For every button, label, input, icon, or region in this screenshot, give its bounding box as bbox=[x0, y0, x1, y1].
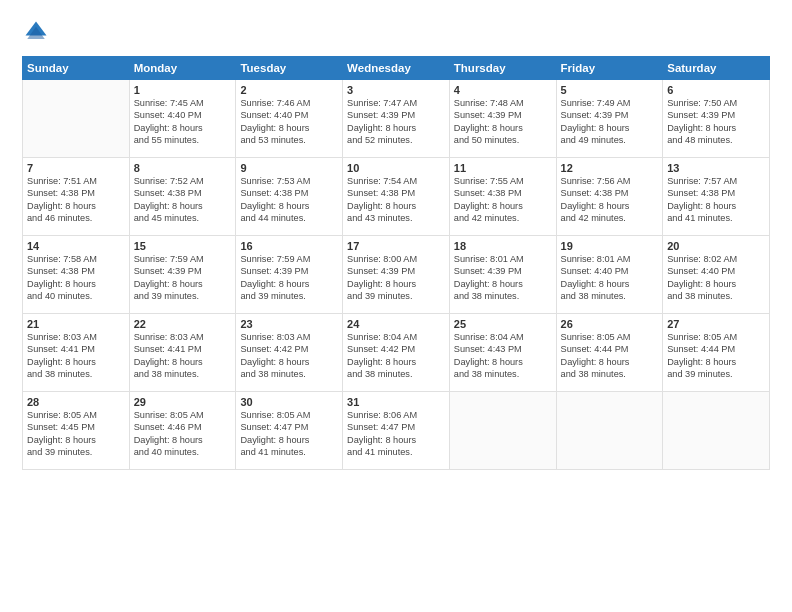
calendar-cell: 27Sunrise: 8:05 AMSunset: 4:44 PMDayligh… bbox=[663, 314, 770, 392]
day-number: 1 bbox=[134, 84, 232, 96]
cell-details: Sunrise: 8:03 AMSunset: 4:42 PMDaylight:… bbox=[240, 331, 338, 381]
weekday-header-row: SundayMondayTuesdayWednesdayThursdayFrid… bbox=[23, 57, 770, 80]
day-number: 16 bbox=[240, 240, 338, 252]
calendar-cell: 3Sunrise: 7:47 AMSunset: 4:39 PMDaylight… bbox=[343, 80, 450, 158]
day-number: 25 bbox=[454, 318, 552, 330]
day-number: 6 bbox=[667, 84, 765, 96]
day-number: 7 bbox=[27, 162, 125, 174]
calendar-cell: 6Sunrise: 7:50 AMSunset: 4:39 PMDaylight… bbox=[663, 80, 770, 158]
cell-details: Sunrise: 8:05 AMSunset: 4:44 PMDaylight:… bbox=[561, 331, 659, 381]
cell-details: Sunrise: 8:05 AMSunset: 4:47 PMDaylight:… bbox=[240, 409, 338, 459]
day-number: 26 bbox=[561, 318, 659, 330]
day-number: 4 bbox=[454, 84, 552, 96]
cell-details: Sunrise: 7:54 AMSunset: 4:38 PMDaylight:… bbox=[347, 175, 445, 225]
day-number: 29 bbox=[134, 396, 232, 408]
day-number: 27 bbox=[667, 318, 765, 330]
cell-details: Sunrise: 8:05 AMSunset: 4:46 PMDaylight:… bbox=[134, 409, 232, 459]
cell-details: Sunrise: 8:05 AMSunset: 4:45 PMDaylight:… bbox=[27, 409, 125, 459]
cell-details: Sunrise: 7:48 AMSunset: 4:39 PMDaylight:… bbox=[454, 97, 552, 147]
calendar-week-row: 1Sunrise: 7:45 AMSunset: 4:40 PMDaylight… bbox=[23, 80, 770, 158]
cell-details: Sunrise: 7:59 AMSunset: 4:39 PMDaylight:… bbox=[134, 253, 232, 303]
cell-details: Sunrise: 8:05 AMSunset: 4:44 PMDaylight:… bbox=[667, 331, 765, 381]
cell-details: Sunrise: 7:46 AMSunset: 4:40 PMDaylight:… bbox=[240, 97, 338, 147]
cell-details: Sunrise: 8:04 AMSunset: 4:43 PMDaylight:… bbox=[454, 331, 552, 381]
day-number: 22 bbox=[134, 318, 232, 330]
day-number: 20 bbox=[667, 240, 765, 252]
calendar-week-row: 28Sunrise: 8:05 AMSunset: 4:45 PMDayligh… bbox=[23, 392, 770, 470]
day-number: 28 bbox=[27, 396, 125, 408]
day-number: 24 bbox=[347, 318, 445, 330]
calendar-cell: 26Sunrise: 8:05 AMSunset: 4:44 PMDayligh… bbox=[556, 314, 663, 392]
day-number: 5 bbox=[561, 84, 659, 96]
calendar-cell: 28Sunrise: 8:05 AMSunset: 4:45 PMDayligh… bbox=[23, 392, 130, 470]
logo bbox=[22, 18, 54, 46]
cell-details: Sunrise: 7:52 AMSunset: 4:38 PMDaylight:… bbox=[134, 175, 232, 225]
day-number: 8 bbox=[134, 162, 232, 174]
calendar-cell: 14Sunrise: 7:58 AMSunset: 4:38 PMDayligh… bbox=[23, 236, 130, 314]
calendar-cell: 8Sunrise: 7:52 AMSunset: 4:38 PMDaylight… bbox=[129, 158, 236, 236]
day-number: 13 bbox=[667, 162, 765, 174]
calendar-cell: 1Sunrise: 7:45 AMSunset: 4:40 PMDaylight… bbox=[129, 80, 236, 158]
day-number: 12 bbox=[561, 162, 659, 174]
calendar-cell: 23Sunrise: 8:03 AMSunset: 4:42 PMDayligh… bbox=[236, 314, 343, 392]
calendar-cell: 18Sunrise: 8:01 AMSunset: 4:39 PMDayligh… bbox=[449, 236, 556, 314]
day-number: 18 bbox=[454, 240, 552, 252]
day-number: 31 bbox=[347, 396, 445, 408]
calendar-cell: 21Sunrise: 8:03 AMSunset: 4:41 PMDayligh… bbox=[23, 314, 130, 392]
weekday-header-tuesday: Tuesday bbox=[236, 57, 343, 80]
cell-details: Sunrise: 8:02 AMSunset: 4:40 PMDaylight:… bbox=[667, 253, 765, 303]
weekday-header-thursday: Thursday bbox=[449, 57, 556, 80]
calendar-cell: 11Sunrise: 7:55 AMSunset: 4:38 PMDayligh… bbox=[449, 158, 556, 236]
calendar-cell: 31Sunrise: 8:06 AMSunset: 4:47 PMDayligh… bbox=[343, 392, 450, 470]
weekday-header-saturday: Saturday bbox=[663, 57, 770, 80]
day-number: 9 bbox=[240, 162, 338, 174]
day-number: 17 bbox=[347, 240, 445, 252]
cell-details: Sunrise: 7:56 AMSunset: 4:38 PMDaylight:… bbox=[561, 175, 659, 225]
calendar-cell: 5Sunrise: 7:49 AMSunset: 4:39 PMDaylight… bbox=[556, 80, 663, 158]
calendar-cell: 4Sunrise: 7:48 AMSunset: 4:39 PMDaylight… bbox=[449, 80, 556, 158]
calendar-week-row: 7Sunrise: 7:51 AMSunset: 4:38 PMDaylight… bbox=[23, 158, 770, 236]
calendar-cell bbox=[663, 392, 770, 470]
header bbox=[22, 18, 770, 46]
weekday-header-sunday: Sunday bbox=[23, 57, 130, 80]
calendar-table: SundayMondayTuesdayWednesdayThursdayFrid… bbox=[22, 56, 770, 470]
calendar-cell: 24Sunrise: 8:04 AMSunset: 4:42 PMDayligh… bbox=[343, 314, 450, 392]
logo-icon bbox=[22, 18, 50, 46]
cell-details: Sunrise: 8:00 AMSunset: 4:39 PMDaylight:… bbox=[347, 253, 445, 303]
cell-details: Sunrise: 7:55 AMSunset: 4:38 PMDaylight:… bbox=[454, 175, 552, 225]
cell-details: Sunrise: 8:06 AMSunset: 4:47 PMDaylight:… bbox=[347, 409, 445, 459]
cell-details: Sunrise: 7:58 AMSunset: 4:38 PMDaylight:… bbox=[27, 253, 125, 303]
day-number: 21 bbox=[27, 318, 125, 330]
calendar-cell: 17Sunrise: 8:00 AMSunset: 4:39 PMDayligh… bbox=[343, 236, 450, 314]
calendar-cell: 2Sunrise: 7:46 AMSunset: 4:40 PMDaylight… bbox=[236, 80, 343, 158]
weekday-header-monday: Monday bbox=[129, 57, 236, 80]
calendar-cell: 13Sunrise: 7:57 AMSunset: 4:38 PMDayligh… bbox=[663, 158, 770, 236]
cell-details: Sunrise: 7:49 AMSunset: 4:39 PMDaylight:… bbox=[561, 97, 659, 147]
calendar-cell: 9Sunrise: 7:53 AMSunset: 4:38 PMDaylight… bbox=[236, 158, 343, 236]
calendar-cell bbox=[23, 80, 130, 158]
page: SundayMondayTuesdayWednesdayThursdayFrid… bbox=[0, 0, 792, 612]
calendar-cell: 10Sunrise: 7:54 AMSunset: 4:38 PMDayligh… bbox=[343, 158, 450, 236]
cell-details: Sunrise: 8:03 AMSunset: 4:41 PMDaylight:… bbox=[134, 331, 232, 381]
cell-details: Sunrise: 7:53 AMSunset: 4:38 PMDaylight:… bbox=[240, 175, 338, 225]
calendar-cell bbox=[556, 392, 663, 470]
cell-details: Sunrise: 7:47 AMSunset: 4:39 PMDaylight:… bbox=[347, 97, 445, 147]
day-number: 10 bbox=[347, 162, 445, 174]
calendar-cell: 20Sunrise: 8:02 AMSunset: 4:40 PMDayligh… bbox=[663, 236, 770, 314]
weekday-header-friday: Friday bbox=[556, 57, 663, 80]
day-number: 19 bbox=[561, 240, 659, 252]
calendar-cell: 25Sunrise: 8:04 AMSunset: 4:43 PMDayligh… bbox=[449, 314, 556, 392]
calendar-cell bbox=[449, 392, 556, 470]
day-number: 11 bbox=[454, 162, 552, 174]
calendar-cell: 19Sunrise: 8:01 AMSunset: 4:40 PMDayligh… bbox=[556, 236, 663, 314]
cell-details: Sunrise: 7:45 AMSunset: 4:40 PMDaylight:… bbox=[134, 97, 232, 147]
day-number: 2 bbox=[240, 84, 338, 96]
calendar-cell: 12Sunrise: 7:56 AMSunset: 4:38 PMDayligh… bbox=[556, 158, 663, 236]
calendar-cell: 7Sunrise: 7:51 AMSunset: 4:38 PMDaylight… bbox=[23, 158, 130, 236]
cell-details: Sunrise: 8:01 AMSunset: 4:39 PMDaylight:… bbox=[454, 253, 552, 303]
calendar-cell: 29Sunrise: 8:05 AMSunset: 4:46 PMDayligh… bbox=[129, 392, 236, 470]
calendar-cell: 30Sunrise: 8:05 AMSunset: 4:47 PMDayligh… bbox=[236, 392, 343, 470]
cell-details: Sunrise: 7:50 AMSunset: 4:39 PMDaylight:… bbox=[667, 97, 765, 147]
weekday-header-wednesday: Wednesday bbox=[343, 57, 450, 80]
day-number: 23 bbox=[240, 318, 338, 330]
